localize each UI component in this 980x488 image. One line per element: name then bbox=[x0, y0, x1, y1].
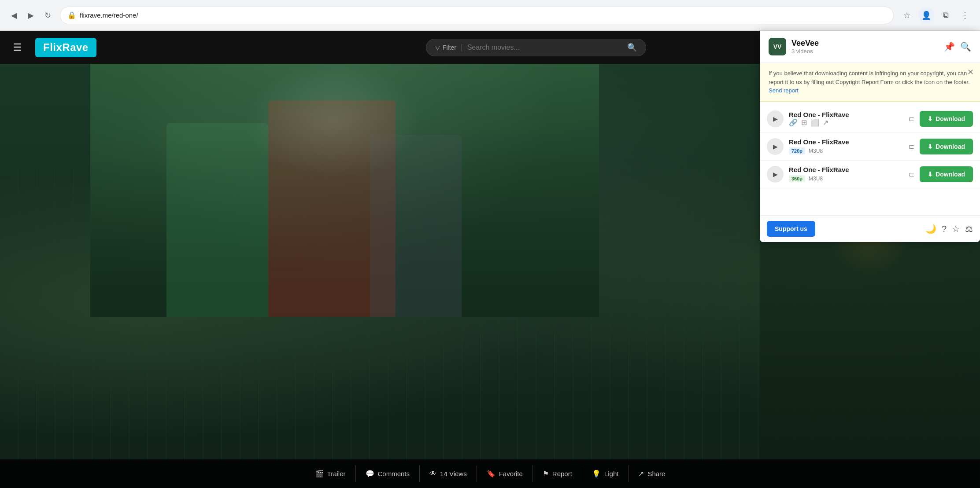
veevee-subtitle: 3 videos bbox=[791, 48, 939, 55]
play-button-3[interactable]: ▶ bbox=[767, 166, 784, 183]
back-button[interactable]: ◀ bbox=[7, 8, 21, 22]
video-info-1: Red One - FlixRave 🔗 ⊞ ⬜ ↗ bbox=[789, 111, 903, 127]
address-bar[interactable]: 🔒 flixrave.me/red-one/ bbox=[60, 7, 894, 24]
warning-close-button[interactable]: ✕ bbox=[967, 67, 974, 77]
download-button-3[interactable]: ⬇ Download bbox=[920, 166, 973, 182]
veevee-header: VV VeeVee 3 videos 📌 🔍 bbox=[760, 31, 980, 63]
light-button[interactable]: 💡 Light bbox=[582, 465, 629, 482]
external-icon-1[interactable]: ↗ bbox=[823, 118, 828, 127]
divider: | bbox=[461, 43, 463, 52]
polar-bear-area bbox=[243, 64, 421, 178]
grid-icon-1[interactable]: ⊞ bbox=[801, 118, 807, 127]
light-icon: 💡 bbox=[592, 470, 601, 478]
filter-button[interactable]: ▽ Filter bbox=[435, 44, 456, 51]
report-button[interactable]: ⚑ Report bbox=[533, 465, 582, 482]
favorite-toolbar-button[interactable]: 🔖 Favorite bbox=[477, 465, 533, 482]
bottom-toolbar: 🎬 Trailer 💬 Comments 👁 14 Views 🔖 Favori… bbox=[0, 459, 980, 488]
veevee-name-section: VeeVee 3 videos bbox=[791, 39, 939, 55]
veevee-header-icons: 📌 🔍 bbox=[944, 41, 971, 52]
page-wrapper: ☰ FlixRave ▽ Filter | 🔍 bbox=[0, 31, 980, 488]
profile-button[interactable]: 👤 bbox=[918, 7, 934, 23]
legal-button[interactable]: ⚖ bbox=[965, 224, 973, 234]
share-icon: ↗ bbox=[638, 470, 644, 478]
browser-actions: ☆ 👤 ⧉ ⋮ bbox=[899, 7, 973, 23]
download-icon-2: ⬇ bbox=[928, 143, 933, 150]
search-icon: 🔍 bbox=[627, 43, 637, 52]
warning-banner: If you believe that downloading content … bbox=[760, 63, 980, 102]
hamburger-menu[interactable]: ☰ bbox=[13, 42, 22, 53]
trailer-label: Trailer bbox=[327, 470, 346, 477]
video-info-2: Red One - FlixRave 720p M3U8 bbox=[789, 138, 903, 154]
support-button[interactable]: Support us bbox=[767, 221, 815, 237]
video-entry-1: ▶ Red One - FlixRave 🔗 ⊞ ⬜ ↗ ⊏ ⬇ Downloa… bbox=[760, 105, 980, 133]
help-button[interactable]: ? bbox=[942, 224, 947, 234]
browser-nav: ◀ ▶ ↻ bbox=[7, 8, 55, 22]
screenshot-icon-1[interactable]: ⬜ bbox=[810, 118, 819, 127]
comments-label: Comments bbox=[378, 470, 410, 477]
panel-footer: Support us 🌙 ? ☆ ⚖ bbox=[760, 215, 980, 242]
format-label-2: M3U8 bbox=[809, 148, 823, 154]
report-icon: ⚑ bbox=[543, 470, 549, 478]
comments-button[interactable]: 💬 Comments bbox=[356, 465, 420, 482]
quality-badge-2: 720p bbox=[789, 147, 805, 154]
video-list: ▶ Red One - FlixRave 🔗 ⊞ ⬜ ↗ ⊏ ⬇ Downloa… bbox=[760, 102, 980, 216]
download-button-1[interactable]: ⬇ Download bbox=[920, 111, 973, 127]
search-panel-button[interactable]: 🔍 bbox=[960, 41, 971, 52]
lock-icon: 🔒 bbox=[67, 11, 76, 19]
send-report-link[interactable]: Send report bbox=[769, 87, 799, 94]
views-button[interactable]: 👁 14 Views bbox=[420, 466, 477, 482]
video-title-2: Red One - FlixRave bbox=[789, 138, 903, 146]
download-icon-3: ⬇ bbox=[928, 171, 933, 178]
download-icon-1: ⬇ bbox=[928, 115, 933, 122]
veevee-panel: VV VeeVee 3 videos 📌 🔍 If you believe th… bbox=[760, 31, 980, 242]
site-logo[interactable]: FlixRave bbox=[35, 38, 96, 57]
forward-button[interactable]: ▶ bbox=[24, 8, 38, 22]
dark-mode-button[interactable]: 🌙 bbox=[925, 224, 936, 234]
cast-button-3[interactable]: ⊏ bbox=[909, 170, 914, 178]
video-entry-2: ▶ Red One - FlixRave 720p M3U8 ⊏ ⬇ Downl… bbox=[760, 133, 980, 161]
search-input[interactable] bbox=[467, 44, 623, 51]
cast-button-1[interactable]: ⊏ bbox=[909, 114, 914, 123]
download-button-2[interactable]: ⬇ Download bbox=[920, 139, 973, 154]
views-icon: 👁 bbox=[429, 470, 436, 478]
footer-icons: 🌙 ? ☆ ⚖ bbox=[925, 224, 973, 234]
warning-text: If you believe that downloading content … bbox=[769, 70, 970, 85]
bookmark-button[interactable]: ☆ bbox=[899, 7, 915, 23]
search-container: ▽ Filter | 🔍 bbox=[426, 39, 646, 56]
menu-button[interactable]: ⋮ bbox=[957, 7, 973, 23]
video-entry-3: ▶ Red One - FlixRave 360p M3U8 ⊏ ⬇ Downl… bbox=[760, 161, 980, 188]
video-title-3: Red One - FlixRave bbox=[789, 166, 903, 173]
favorite-icon: 🔖 bbox=[487, 470, 496, 478]
report-label: Report bbox=[552, 470, 572, 477]
trailer-icon: 🎬 bbox=[315, 470, 324, 478]
trailer-button[interactable]: 🎬 Trailer bbox=[305, 465, 356, 482]
url-text: flixrave.me/red-one/ bbox=[80, 11, 138, 19]
light-label: Light bbox=[604, 470, 619, 477]
video-info-3: Red One - FlixRave 360p M3U8 bbox=[789, 166, 903, 182]
share-button[interactable]: ↗ Share bbox=[629, 465, 675, 482]
veevee-name: VeeVee bbox=[791, 39, 939, 48]
video-meta-3: 360p M3U8 bbox=[789, 175, 903, 182]
reload-button[interactable]: ↻ bbox=[41, 8, 55, 22]
browser-chrome: ◀ ▶ ↻ 🔒 flixrave.me/red-one/ ☆ 👤 ⧉ ⋮ bbox=[0, 0, 980, 31]
video-icons-1: 🔗 ⊞ ⬜ ↗ bbox=[789, 118, 903, 127]
veevee-logo: VV bbox=[769, 38, 786, 55]
format-label-3: M3U8 bbox=[809, 176, 823, 182]
share-label: Share bbox=[647, 470, 665, 477]
quality-badge-3: 360p bbox=[789, 175, 805, 182]
video-meta-2: 720p M3U8 bbox=[789, 147, 903, 154]
cast-button-2[interactable]: ⊏ bbox=[909, 142, 914, 150]
comments-icon: 💬 bbox=[366, 470, 374, 478]
views-label: 14 Views bbox=[440, 470, 467, 477]
play-button-1[interactable]: ▶ bbox=[767, 110, 784, 127]
favorite-button[interactable]: ☆ bbox=[952, 224, 960, 234]
extensions-button[interactable]: ⧉ bbox=[938, 7, 954, 23]
movie-hero-image bbox=[90, 64, 599, 317]
link-icon-1[interactable]: 🔗 bbox=[789, 118, 798, 127]
video-title-1: Red One - FlixRave bbox=[789, 111, 903, 118]
play-button-2[interactable]: ▶ bbox=[767, 138, 784, 155]
filter-icon: ▽ bbox=[435, 44, 440, 51]
favorite-label: Favorite bbox=[499, 470, 523, 477]
pin-button[interactable]: 📌 bbox=[944, 41, 955, 52]
